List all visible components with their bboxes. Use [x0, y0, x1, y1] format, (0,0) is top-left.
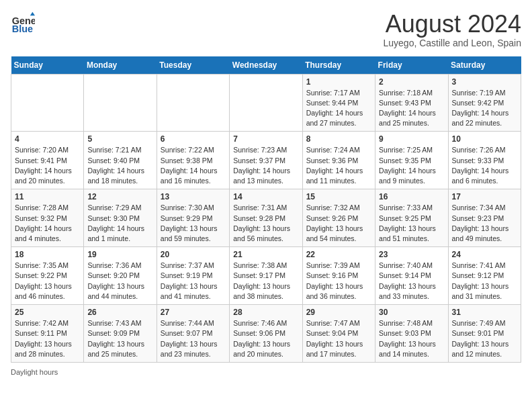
calendar-cell: 6Sunrise: 7:22 AM Sunset: 9:38 PM Daylig… [157, 132, 229, 189]
day-number: 6 [161, 134, 226, 144]
day-number: 17 [452, 192, 517, 201]
cell-content: Sunrise: 7:35 AM Sunset: 9:22 PM Dayligh… [15, 261, 80, 302]
calendar-cell [84, 74, 157, 132]
svg-marker-2 [30, 12, 35, 15]
footer-note: Daylight hours [11, 368, 521, 376]
calendar-body: 1Sunrise: 7:17 AM Sunset: 9:44 PM Daylig… [11, 74, 521, 362]
calendar-week-1: 1Sunrise: 7:17 AM Sunset: 9:44 PM Daylig… [11, 74, 521, 132]
calendar-cell: 16Sunrise: 7:33 AM Sunset: 9:25 PM Dayli… [375, 189, 448, 247]
cell-content: Sunrise: 7:44 AM Sunset: 9:07 PM Dayligh… [161, 318, 226, 359]
cell-content: Sunrise: 7:20 AM Sunset: 9:41 PM Dayligh… [15, 145, 80, 186]
cell-content: Sunrise: 7:43 AM Sunset: 9:09 PM Dayligh… [87, 318, 152, 359]
calendar-cell: 28Sunrise: 7:46 AM Sunset: 9:06 PM Dayli… [230, 305, 302, 363]
day-number: 21 [233, 250, 298, 259]
day-number: 12 [87, 192, 152, 201]
logo-icon: General Blue [11, 11, 35, 35]
calendar-header-row: SundayMondayTuesdayWednesdayThursdayFrid… [11, 56, 521, 75]
day-header-friday: Friday [375, 56, 448, 75]
day-number: 30 [379, 308, 444, 317]
day-number: 5 [87, 134, 152, 144]
day-number: 23 [379, 250, 444, 259]
calendar-cell: 19Sunrise: 7:36 AM Sunset: 9:20 PM Dayli… [84, 247, 157, 305]
page-header: General Blue August 2024 Luyego, Castill… [11, 11, 521, 48]
calendar-cell: 22Sunrise: 7:39 AM Sunset: 9:16 PM Dayli… [302, 247, 375, 305]
day-number: 31 [452, 308, 517, 317]
day-number: 16 [379, 192, 444, 201]
location: Luyego, Castille and Leon, Spain [384, 38, 521, 48]
calendar-week-5: 25Sunrise: 7:42 AM Sunset: 9:11 PM Dayli… [11, 305, 521, 363]
day-header-wednesday: Wednesday [230, 56, 302, 75]
calendar-cell: 12Sunrise: 7:29 AM Sunset: 9:30 PM Dayli… [84, 189, 157, 247]
day-header-monday: Monday [84, 56, 157, 75]
svg-text:Blue: Blue [12, 24, 33, 34]
calendar-cell: 30Sunrise: 7:48 AM Sunset: 9:03 PM Dayli… [375, 305, 448, 363]
calendar-cell: 20Sunrise: 7:37 AM Sunset: 9:19 PM Dayli… [157, 247, 229, 305]
cell-content: Sunrise: 7:49 AM Sunset: 9:01 PM Dayligh… [452, 318, 517, 359]
day-number: 27 [161, 308, 226, 317]
cell-content: Sunrise: 7:34 AM Sunset: 9:23 PM Dayligh… [452, 203, 517, 244]
day-number: 26 [87, 308, 152, 317]
month-year: August 2024 [384, 11, 521, 38]
calendar-week-2: 4Sunrise: 7:20 AM Sunset: 9:41 PM Daylig… [11, 132, 521, 189]
day-number: 29 [306, 308, 371, 317]
day-number: 1 [306, 77, 371, 87]
day-number: 11 [15, 192, 80, 201]
cell-content: Sunrise: 7:38 AM Sunset: 9:17 PM Dayligh… [233, 261, 298, 302]
cell-content: Sunrise: 7:17 AM Sunset: 9:44 PM Dayligh… [306, 88, 371, 129]
cell-content: Sunrise: 7:28 AM Sunset: 9:32 PM Dayligh… [15, 203, 80, 244]
cell-content: Sunrise: 7:42 AM Sunset: 9:11 PM Dayligh… [15, 318, 80, 359]
day-number: 4 [15, 134, 80, 144]
cell-content: Sunrise: 7:39 AM Sunset: 9:16 PM Dayligh… [306, 261, 371, 302]
day-number: 19 [87, 250, 152, 259]
calendar-cell: 25Sunrise: 7:42 AM Sunset: 9:11 PM Dayli… [11, 305, 84, 363]
calendar-cell: 27Sunrise: 7:44 AM Sunset: 9:07 PM Dayli… [157, 305, 229, 363]
day-header-sunday: Sunday [11, 56, 84, 75]
day-number: 28 [233, 308, 298, 317]
cell-content: Sunrise: 7:30 AM Sunset: 9:29 PM Dayligh… [161, 203, 226, 244]
calendar-cell: 23Sunrise: 7:40 AM Sunset: 9:14 PM Dayli… [375, 247, 448, 305]
calendar-cell: 4Sunrise: 7:20 AM Sunset: 9:41 PM Daylig… [11, 132, 84, 189]
calendar-cell: 3Sunrise: 7:19 AM Sunset: 9:42 PM Daylig… [448, 74, 521, 132]
calendar-cell: 8Sunrise: 7:24 AM Sunset: 9:36 PM Daylig… [302, 132, 375, 189]
cell-content: Sunrise: 7:36 AM Sunset: 9:20 PM Dayligh… [87, 261, 152, 302]
calendar-table: SundayMondayTuesdayWednesdayThursdayFrid… [11, 56, 521, 363]
calendar-cell [230, 74, 302, 132]
day-number: 18 [15, 250, 80, 259]
calendar-cell: 14Sunrise: 7:31 AM Sunset: 9:28 PM Dayli… [230, 189, 302, 247]
calendar-cell [157, 74, 229, 132]
day-number: 14 [233, 192, 298, 201]
day-number: 20 [161, 250, 226, 259]
day-header-tuesday: Tuesday [157, 56, 229, 75]
cell-content: Sunrise: 7:41 AM Sunset: 9:12 PM Dayligh… [452, 261, 517, 302]
day-number: 25 [15, 308, 80, 317]
calendar-cell: 13Sunrise: 7:30 AM Sunset: 9:29 PM Dayli… [157, 189, 229, 247]
cell-content: Sunrise: 7:26 AM Sunset: 9:33 PM Dayligh… [452, 145, 517, 186]
calendar-cell: 11Sunrise: 7:28 AM Sunset: 9:32 PM Dayli… [11, 189, 84, 247]
day-number: 8 [306, 134, 371, 144]
title-block: August 2024 Luyego, Castille and Leon, S… [384, 11, 521, 48]
calendar-cell: 21Sunrise: 7:38 AM Sunset: 9:17 PM Dayli… [230, 247, 302, 305]
day-header-saturday: Saturday [448, 56, 521, 75]
cell-content: Sunrise: 7:40 AM Sunset: 9:14 PM Dayligh… [379, 261, 444, 302]
day-number: 22 [306, 250, 371, 259]
calendar-cell: 31Sunrise: 7:49 AM Sunset: 9:01 PM Dayli… [448, 305, 521, 363]
calendar-cell: 29Sunrise: 7:47 AM Sunset: 9:04 PM Dayli… [302, 305, 375, 363]
cell-content: Sunrise: 7:37 AM Sunset: 9:19 PM Dayligh… [161, 261, 226, 302]
calendar-cell: 1Sunrise: 7:17 AM Sunset: 9:44 PM Daylig… [302, 74, 375, 132]
day-number: 3 [452, 77, 517, 87]
calendar-cell: 10Sunrise: 7:26 AM Sunset: 9:33 PM Dayli… [448, 132, 521, 189]
day-number: 9 [379, 134, 444, 144]
cell-content: Sunrise: 7:46 AM Sunset: 9:06 PM Dayligh… [233, 318, 298, 359]
calendar-cell: 9Sunrise: 7:25 AM Sunset: 9:35 PM Daylig… [375, 132, 448, 189]
day-number: 15 [306, 192, 371, 201]
logo: General Blue [11, 11, 35, 35]
cell-content: Sunrise: 7:23 AM Sunset: 9:37 PM Dayligh… [233, 145, 298, 186]
calendar-cell: 17Sunrise: 7:34 AM Sunset: 9:23 PM Dayli… [448, 189, 521, 247]
day-number: 24 [452, 250, 517, 259]
calendar-cell [11, 74, 84, 132]
calendar-cell: 5Sunrise: 7:21 AM Sunset: 9:40 PM Daylig… [84, 132, 157, 189]
day-header-thursday: Thursday [302, 56, 375, 75]
calendar-cell: 2Sunrise: 7:18 AM Sunset: 9:43 PM Daylig… [375, 74, 448, 132]
cell-content: Sunrise: 7:22 AM Sunset: 9:38 PM Dayligh… [161, 145, 226, 186]
calendar-cell: 15Sunrise: 7:32 AM Sunset: 9:26 PM Dayli… [302, 189, 375, 247]
